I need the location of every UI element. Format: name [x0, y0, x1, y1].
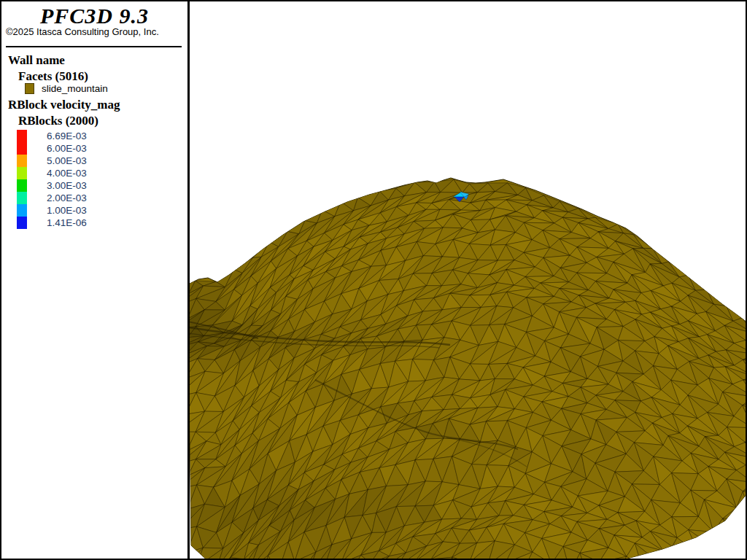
- facet-legend-item: slide_mountain: [25, 83, 108, 94]
- scale-value-label: 2.00E-03: [47, 192, 87, 204]
- scale-row: 3.00E-03: [17, 179, 87, 192]
- scale-color-swatch: [17, 130, 27, 142]
- rblocks-group-heading: RBlocks (2000): [18, 114, 98, 128]
- rblock-attribute-heading: RBlock velocity_mag: [8, 98, 120, 112]
- scale-color-swatch: [17, 167, 27, 179]
- model-viewport-3d[interactable]: [190, 1, 746, 559]
- scale-value-label: 3.00E-03: [47, 179, 87, 192]
- scale-value-label: 5.00E-03: [47, 155, 87, 167]
- copyright-text: ©2025 Itasca Consulting Group, Inc.: [6, 26, 159, 37]
- facets-group-heading: Facets (5016): [18, 69, 88, 84]
- wall-name-heading: Wall name: [8, 53, 65, 68]
- legend-divider-line: [6, 46, 182, 47]
- scale-row: 4.00E-03: [17, 167, 87, 179]
- legend-panel: PFC3D 9.3 ©2025 Itasca Consulting Group,…: [1, 1, 187, 559]
- scale-row: 6.00E-03: [17, 142, 87, 155]
- scale-value-label: 6.69E-03: [47, 130, 87, 142]
- scale-value-label: 1.00E-03: [47, 204, 87, 217]
- scale-row: 1.41E-06: [17, 217, 87, 229]
- app-title: PFC3D 9.3: [1, 4, 187, 28]
- velocity-color-scale: 6.69E-036.00E-035.00E-034.00E-033.00E-03…: [17, 130, 87, 229]
- scale-color-swatch: [17, 179, 27, 192]
- scale-color-swatch: [17, 217, 27, 229]
- scale-value-label: 4.00E-03: [47, 167, 87, 179]
- scale-row: 5.00E-03: [17, 155, 87, 167]
- scale-row: 1.00E-03: [17, 204, 87, 217]
- scale-color-swatch: [17, 204, 27, 217]
- facet-label: slide_mountain: [42, 83, 108, 94]
- scale-value-label: 1.41E-06: [47, 217, 87, 229]
- scale-row: 2.00E-03: [17, 192, 87, 204]
- scale-row: 6.69E-03: [17, 130, 87, 142]
- facet-color-swatch: [25, 83, 34, 94]
- scale-color-swatch: [17, 142, 27, 155]
- scale-color-swatch: [17, 192, 27, 204]
- pfc3d-window: PFC3D 9.3 ©2025 Itasca Consulting Group,…: [0, 0, 747, 560]
- scale-value-label: 6.00E-03: [47, 142, 87, 155]
- mountain-mesh-canvas[interactable]: [190, 1, 746, 559]
- scale-color-swatch: [17, 155, 27, 167]
